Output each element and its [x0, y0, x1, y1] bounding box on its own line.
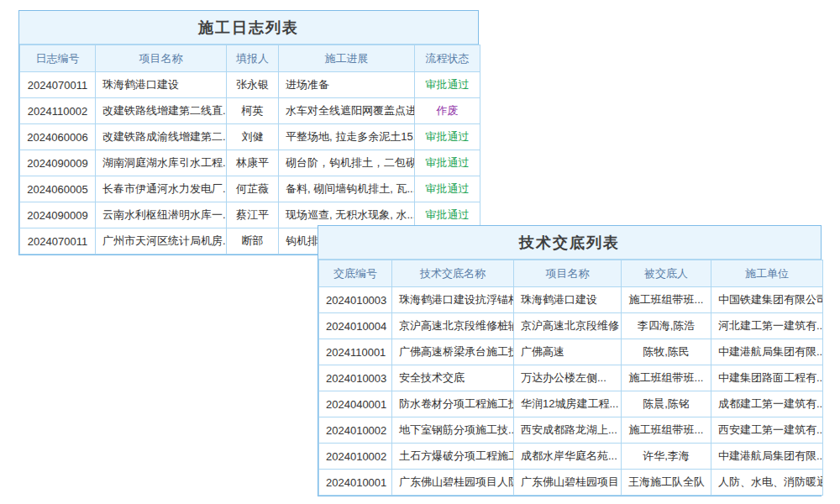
project-name-cell[interactable]: 长春市伊通河水力发电厂... — [96, 176, 227, 202]
table-row: 2024060006改建铁路成渝线增建第二...刘健平整场地, 拉走多余泥土15… — [20, 124, 480, 150]
project-name-cell[interactable]: 万达办公楼左侧... — [514, 365, 622, 391]
construction-log-table: 日志编号项目名称填报人施工进展流程状态 2024070011珠海鹤港口建设张永银… — [19, 45, 480, 255]
status-badge: 审批通过 — [415, 72, 480, 98]
disclosure-name-cell[interactable]: 安全技术交底 — [392, 365, 514, 391]
table-row: 2024110001广佛高速桥梁承台施工技...广佛高速陈牧,陈民中建港航局集团… — [319, 339, 823, 365]
progress-cell: 备料, 砌间墙钩机排土, 瓦... — [279, 176, 415, 202]
disclosure-id-cell[interactable]: 2024010002 — [319, 444, 392, 470]
disclosure-name-cell[interactable]: 广佛高速桥梁承台施工技... — [392, 339, 514, 365]
project-name-cell[interactable]: 广州市天河区统计局机房... — [96, 228, 227, 255]
table-row: 2024090009云南水利枢纽潜明水库一...蔡江平现场巡查, 无积水现象, … — [20, 202, 480, 228]
log-id-cell[interactable]: 2024110002 — [20, 98, 96, 124]
table-row: 2024090009湖南洞庭湖水库引水工程...林康平砌台阶，钩机排土，二包砌.… — [20, 150, 480, 176]
log-id-cell[interactable]: 2024090009 — [20, 150, 96, 176]
recipient-cell: 王海施工队全队 — [622, 470, 711, 496]
project-name-cell[interactable]: 改建铁路成渝线增建第二... — [96, 124, 227, 150]
table-row: 2024010002地下室钢筋分项施工技...西安成都路龙湖上...施工班组带班… — [319, 417, 823, 444]
unit-cell: 西安建工第一建筑有... — [711, 417, 823, 444]
recipient-cell: 陈晨,陈铭 — [622, 391, 711, 417]
table-row: 2024010001广东佛山碧桂园项目人防...广东佛山碧桂园项目王海施工队全队… — [319, 470, 823, 496]
table-row: 2024040001防水卷材分项工程施工技...华润12城房建工程...陈晨,陈… — [319, 391, 823, 417]
progress-cell: 平整场地, 拉走多余泥土15... — [279, 124, 415, 150]
table-row: 2024070011珠海鹤港口建设张永银进场准备审批通过 — [20, 72, 480, 98]
column-header-status: 流程状态 — [415, 45, 480, 72]
reporter-cell[interactable]: 断部 — [227, 228, 279, 255]
unit-cell: 人防、水电、消防暖通... — [711, 470, 823, 496]
unit-cell: 中建集团路面工程有... — [711, 365, 823, 391]
column-header-project-name: 项目名称 — [96, 45, 227, 72]
disclosure-name-cell[interactable]: 京沪高速北京段维修桩辅... — [392, 313, 514, 339]
column-header-unit: 施工单位 — [711, 260, 823, 287]
technical-disclosure-header-row: 交底编号技术交底名称项目名称被交底人施工单位 — [319, 260, 823, 287]
log-id-cell[interactable]: 2024070011 — [20, 72, 96, 98]
reporter-cell[interactable]: 刘健 — [227, 124, 279, 150]
reporter-cell[interactable]: 张永银 — [227, 72, 279, 98]
recipient-cell: 李四海,陈浩 — [622, 313, 711, 339]
progress-cell: 进场准备 — [279, 72, 415, 98]
column-header-project-name: 项目名称 — [514, 260, 622, 287]
disclosure-id-cell[interactable]: 2024010001 — [319, 470, 392, 496]
table-row: 2024110002改建铁路线增建第二线直...柯英水车对全线遮阳网覆盖点进..… — [20, 98, 480, 124]
disclosure-id-cell[interactable]: 2024010004 — [319, 313, 392, 339]
column-header-disclosure-name: 技术交底名称 — [392, 260, 514, 287]
column-header-recipient: 被交底人 — [622, 260, 711, 287]
disclosure-id-cell[interactable]: 2024010002 — [319, 417, 392, 444]
recipient-cell: 施工班组带班... — [622, 287, 711, 313]
log-id-cell[interactable]: 2024060005 — [20, 176, 96, 202]
disclosure-name-cell[interactable]: 地下室钢筋分项施工技... — [392, 417, 514, 444]
progress-cell: 现场巡查, 无积水现象, 水... — [279, 202, 415, 228]
disclosure-id-cell[interactable]: 2024110001 — [319, 339, 392, 365]
project-name-cell[interactable]: 珠海鹤港口建设 — [96, 72, 227, 98]
recipient-cell: 许华,李海 — [622, 444, 711, 470]
status-badge: 审批通过 — [415, 176, 480, 202]
progress-cell: 水车对全线遮阳网覆盖点进... — [279, 98, 415, 124]
project-name-cell[interactable]: 广东佛山碧桂园项目 — [514, 470, 622, 496]
project-name-cell[interactable]: 西安成都路龙湖上... — [514, 417, 622, 444]
table-row: 2024010003安全技术交底万达办公楼左侧...施工班组带班...中建集团路… — [319, 365, 823, 391]
construction-log-panel: 施工日志列表 日志编号项目名称填报人施工进展流程状态 2024070011珠海鹤… — [18, 10, 479, 255]
project-name-cell[interactable]: 云南水利枢纽潜明水库一... — [96, 202, 227, 228]
status-badge: 作废 — [415, 98, 480, 124]
table-row: 2024010004京沪高速北京段维修桩辅...京沪高速北京段维修李四海,陈浩河… — [319, 313, 823, 339]
column-header-log-id: 日志编号 — [20, 45, 96, 72]
reporter-cell[interactable]: 蔡江平 — [227, 202, 279, 228]
reporter-cell[interactable]: 何芷薇 — [227, 176, 279, 202]
project-name-cell[interactable]: 成都水岸华庭名苑... — [514, 444, 622, 470]
log-id-cell[interactable]: 2024060006 — [20, 124, 96, 150]
table-row: 2024010002土石方爆破分项工程施工...成都水岸华庭名苑...许华,李海… — [319, 444, 823, 470]
project-name-cell[interactable]: 改建铁路线增建第二线直... — [96, 98, 227, 124]
log-id-cell[interactable]: 2024090009 — [20, 202, 96, 228]
unit-cell: 中建港航局集团有限... — [711, 339, 823, 365]
column-header-reporter: 填报人 — [227, 45, 279, 72]
table-row: 2024010003珠海鹤港口建设抗浮锚杆...珠海鹤港口建设施工班组带班...… — [319, 287, 823, 313]
technical-disclosure-table: 交底编号技术交底名称项目名称被交底人施工单位 2024010003珠海鹤港口建设… — [318, 260, 823, 496]
project-name-cell[interactable]: 京沪高速北京段维修 — [514, 313, 622, 339]
technical-disclosure-panel: 技术交底列表 交底编号技术交底名称项目名称被交底人施工单位 2024010003… — [318, 225, 822, 496]
construction-log-title: 施工日志列表 — [19, 11, 478, 45]
project-name-cell[interactable]: 广佛高速 — [514, 339, 622, 365]
project-name-cell[interactable]: 珠海鹤港口建设 — [514, 287, 622, 313]
construction-log-header-row: 日志编号项目名称填报人施工进展流程状态 — [20, 45, 480, 72]
disclosure-name-cell[interactable]: 广东佛山碧桂园项目人防... — [392, 470, 514, 496]
disclosure-id-cell[interactable]: 2024010003 — [319, 365, 392, 391]
reporter-cell[interactable]: 林康平 — [227, 150, 279, 176]
recipient-cell: 施工班组带班... — [622, 417, 711, 444]
column-header-progress: 施工进展 — [279, 45, 415, 72]
unit-cell: 中国铁建集团有限公司 — [711, 287, 823, 313]
technical-disclosure-body: 2024010003珠海鹤港口建设抗浮锚杆...珠海鹤港口建设施工班组带班...… — [319, 287, 823, 496]
disclosure-id-cell[interactable]: 2024040001 — [319, 391, 392, 417]
unit-cell: 中建港航局集团有限... — [711, 444, 823, 470]
disclosure-name-cell[interactable]: 土石方爆破分项工程施工... — [392, 444, 514, 470]
recipient-cell: 施工班组带班... — [622, 365, 711, 391]
project-name-cell[interactable]: 华润12城房建工程... — [514, 391, 622, 417]
disclosure-id-cell[interactable]: 2024010003 — [319, 287, 392, 313]
status-badge: 审批通过 — [415, 124, 480, 150]
project-name-cell[interactable]: 湖南洞庭湖水库引水工程... — [96, 150, 227, 176]
progress-cell: 砌台阶，钩机排土，二包砌... — [279, 150, 415, 176]
table-row: 2024060005长春市伊通河水力发电厂...何芷薇备料, 砌间墙钩机排土, … — [20, 176, 480, 202]
status-badge: 审批通过 — [415, 150, 480, 176]
disclosure-name-cell[interactable]: 防水卷材分项工程施工技... — [392, 391, 514, 417]
disclosure-name-cell[interactable]: 珠海鹤港口建设抗浮锚杆... — [392, 287, 514, 313]
log-id-cell[interactable]: 2024070011 — [20, 228, 96, 255]
reporter-cell[interactable]: 柯英 — [227, 98, 279, 124]
